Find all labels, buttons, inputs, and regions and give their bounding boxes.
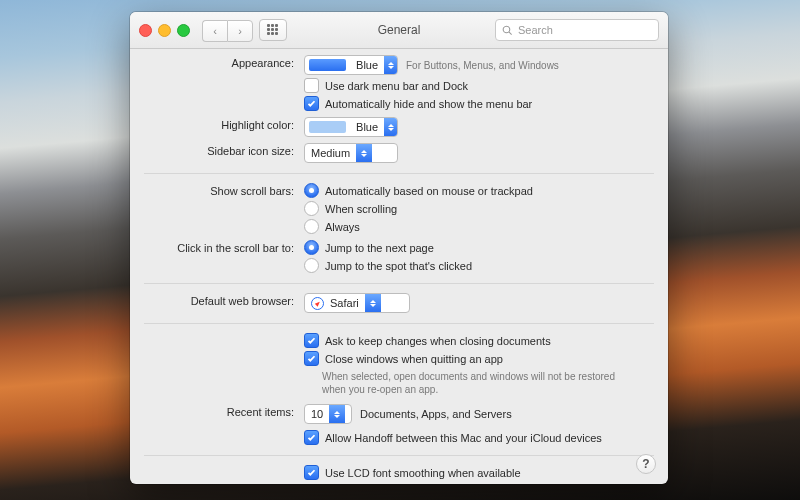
browser-value: Safari xyxy=(330,297,359,309)
radio-label: Jump to the spot that's clicked xyxy=(325,260,472,272)
checkbox-label: Ask to keep changes when closing documen… xyxy=(325,335,551,347)
sidebar-icon-select[interactable]: Medium xyxy=(304,143,398,163)
row-click-scrollbar: Click in the scroll bar to: Jump to the … xyxy=(130,237,668,277)
safari-icon xyxy=(311,297,324,310)
help-label: ? xyxy=(642,457,649,471)
label-scrollbars: Show scroll bars: xyxy=(138,183,294,197)
check-icon xyxy=(307,433,316,442)
checkbox-handoff[interactable]: Allow Handoff between this Mac and your … xyxy=(304,430,602,445)
zoom-button[interactable] xyxy=(177,24,190,37)
row-browser: Default web browser: Safari xyxy=(130,290,668,317)
appearance-hint: For Buttons, Menus, and Windows xyxy=(406,60,559,71)
radio-scroll-when[interactable]: When scrolling xyxy=(304,201,397,216)
color-swatch-blue xyxy=(309,59,346,71)
label-highlight: Highlight color: xyxy=(138,117,294,131)
radio-label: Always xyxy=(325,221,360,233)
separator xyxy=(144,173,654,174)
label-appearance: Appearance: xyxy=(138,55,294,69)
window-controls xyxy=(139,24,190,37)
preferences-body: Appearance: Blue For Buttons, Menus, and… xyxy=(130,49,668,484)
row-recent: Recent items: 10 Documents, Apps, and Se… xyxy=(130,401,668,427)
grid-icon xyxy=(267,24,279,36)
radio-label: Jump to the next page xyxy=(325,242,434,254)
search-placeholder: Search xyxy=(518,24,553,36)
help-button[interactable]: ? xyxy=(636,454,656,474)
radio-scroll-auto[interactable]: Automatically based on mouse or trackpad xyxy=(304,183,533,198)
row-sidebar-icon: Sidebar icon size: Medium xyxy=(130,140,668,167)
recent-suffix: Documents, Apps, and Servers xyxy=(360,408,512,420)
close-button[interactable] xyxy=(139,24,152,37)
sidebar-icon-value: Medium xyxy=(305,147,356,159)
checkbox-ask-changes[interactable]: Ask to keep changes when closing documen… xyxy=(304,333,551,348)
radio-label: Automatically based on mouse or trackpad xyxy=(325,185,533,197)
label-recent: Recent items: xyxy=(138,404,294,418)
label-browser: Default web browser: xyxy=(138,293,294,307)
radio-scroll-always[interactable]: Always xyxy=(304,219,360,234)
browser-select[interactable]: Safari xyxy=(304,293,410,313)
desktop-wallpaper: ‹ › General Search Appearance: xyxy=(0,0,800,500)
checkbox-label: Close windows when quitting an app xyxy=(325,353,503,365)
chevron-right-icon: › xyxy=(238,25,242,37)
radio-jump-spot[interactable]: Jump to the spot that's clicked xyxy=(304,258,472,273)
separator xyxy=(144,323,654,324)
checkbox-label: Allow Handoff between this Mac and your … xyxy=(325,432,602,444)
search-icon xyxy=(502,25,513,36)
row-appearance: Appearance: Blue For Buttons, Menus, and… xyxy=(130,49,668,114)
row-lcd: Use LCD font smoothing when available xyxy=(130,462,668,484)
row-highlight: Highlight color: Blue xyxy=(130,114,668,140)
radio-label: When scrolling xyxy=(325,203,397,215)
color-swatch-highlight xyxy=(309,121,346,133)
search-input[interactable]: Search xyxy=(495,19,659,41)
stepper-icon xyxy=(384,118,397,136)
recent-value: 10 xyxy=(305,408,329,420)
separator xyxy=(144,283,654,284)
stepper-icon xyxy=(365,294,381,312)
row-doc-options: Ask to keep changes when closing documen… xyxy=(130,330,668,401)
preferences-window: ‹ › General Search Appearance: xyxy=(130,12,668,484)
recent-select[interactable]: 10 xyxy=(304,404,352,424)
nav-back-forward: ‹ › xyxy=(202,20,253,40)
back-button[interactable]: ‹ xyxy=(202,20,227,42)
check-icon xyxy=(307,354,316,363)
radio-jump-next[interactable]: Jump to the next page xyxy=(304,240,434,255)
checkbox-label: Automatically hide and show the menu bar xyxy=(325,98,532,110)
highlight-select[interactable]: Blue xyxy=(304,117,398,137)
chevron-left-icon: ‹ xyxy=(213,25,217,37)
window-titlebar: ‹ › General Search xyxy=(130,12,668,49)
label-click-scrollbar: Click in the scroll bar to: xyxy=(138,240,294,254)
highlight-value: Blue xyxy=(350,121,384,133)
checkbox-label: Use LCD font smoothing when available xyxy=(325,467,521,479)
label-sidebar-icon: Sidebar icon size: xyxy=(138,143,294,157)
separator xyxy=(144,455,654,456)
minimize-button[interactable] xyxy=(158,24,171,37)
checkbox-auto-hide-menu[interactable]: Automatically hide and show the menu bar xyxy=(304,96,532,111)
checkbox-lcd-smoothing[interactable]: Use LCD font smoothing when available xyxy=(304,465,521,480)
checkbox-dark-menu[interactable]: Use dark menu bar and Dock xyxy=(304,78,468,93)
stepper-icon xyxy=(329,405,345,423)
appearance-value: Blue xyxy=(350,59,384,71)
show-all-button[interactable] xyxy=(259,19,287,41)
check-icon xyxy=(307,468,316,477)
check-icon xyxy=(307,336,316,345)
checkbox-close-windows[interactable]: Close windows when quitting an app xyxy=(304,351,503,366)
stepper-icon xyxy=(384,56,397,74)
stepper-icon xyxy=(356,144,372,162)
row-handoff: Allow Handoff between this Mac and your … xyxy=(130,427,668,449)
close-windows-hint: When selected, open documents and window… xyxy=(304,369,622,398)
row-scrollbars: Show scroll bars: Automatically based on… xyxy=(130,180,668,237)
check-icon xyxy=(307,99,316,108)
forward-button[interactable]: › xyxy=(227,20,253,42)
appearance-select[interactable]: Blue xyxy=(304,55,398,75)
checkbox-label: Use dark menu bar and Dock xyxy=(325,80,468,92)
